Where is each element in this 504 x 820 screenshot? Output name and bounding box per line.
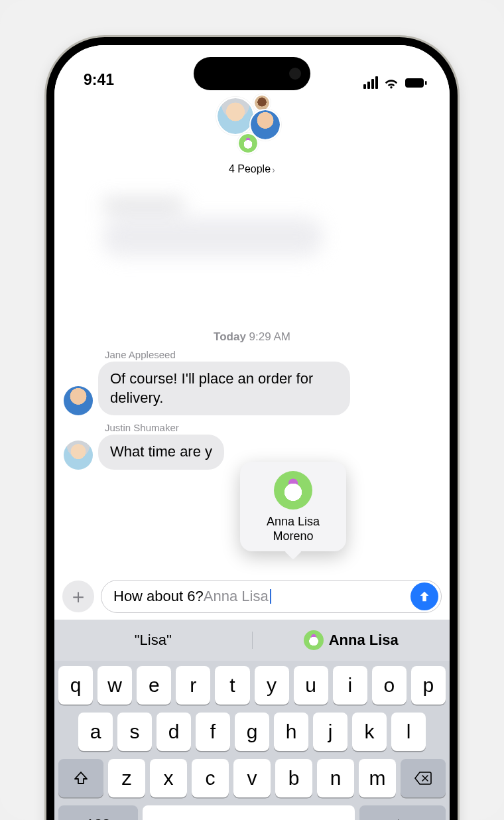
battery-icon <box>405 78 427 88</box>
mention-suggestion-popover[interactable]: Anna Lisa Moreno <box>240 462 346 551</box>
volume-up-button <box>48 251 52 307</box>
key-u[interactable]: u <box>294 666 328 705</box>
shift-key[interactable] <box>58 759 103 797</box>
avatar-anna-lisa-icon <box>304 630 324 650</box>
key-s[interactable]: s <box>117 713 152 751</box>
message-bubble[interactable]: Of course! I'll place an order for deliv… <box>98 362 350 415</box>
avatar-anna-lisa <box>237 133 259 154</box>
key-g[interactable]: g <box>235 713 269 751</box>
suggestion-anna-lisa[interactable]: Anna Lisa <box>253 630 450 650</box>
key-e[interactable]: e <box>137 666 171 705</box>
avatar-justin[interactable] <box>64 441 93 470</box>
silence-switch <box>48 198 52 228</box>
earlier-messages-blurred <box>70 199 434 318</box>
conversation-header[interactable]: 4 People › <box>54 92 450 175</box>
key-t[interactable]: t <box>215 666 249 705</box>
return-key[interactable]: return <box>359 805 446 820</box>
key-m[interactable]: m <box>359 759 396 797</box>
suggestion-lisa[interactable]: "Lisa" <box>54 632 253 649</box>
key-w[interactable]: w <box>97 666 132 705</box>
key-o[interactable]: o <box>372 666 407 705</box>
send-button[interactable] <box>410 582 438 610</box>
numbers-key[interactable]: 123 <box>58 805 138 820</box>
avatar-anna-lisa <box>274 471 312 510</box>
key-f[interactable]: f <box>196 713 230 751</box>
avatar-justin <box>216 97 255 135</box>
dynamic-island <box>194 57 310 90</box>
keyboard-row-4: 123 space return <box>58 805 446 820</box>
group-name-label[interactable]: 4 People › <box>229 163 275 175</box>
key-x[interactable]: x <box>150 759 187 797</box>
compose-bar: ＋ How about 6? Anna Lisa <box>54 575 450 620</box>
delete-key[interactable] <box>401 759 446 797</box>
chevron-right-icon: › <box>272 164 275 175</box>
message-group-jane: Jane Appleseed Of course! I'll place an … <box>64 349 440 415</box>
compose-typed-text: How about 6? <box>113 588 204 605</box>
key-l[interactable]: l <box>391 713 426 751</box>
keyboard-row-1: qwertyuiop <box>58 666 446 705</box>
mention-popover-name: Anna Lisa Moreno <box>247 515 340 543</box>
sender-label: Justin Shumaker <box>105 422 440 433</box>
svg-rect-1 <box>425 81 427 85</box>
add-attachment-button[interactable]: ＋ <box>62 581 94 612</box>
group-avatar-cluster[interactable] <box>212 94 292 161</box>
delete-icon <box>414 771 432 786</box>
key-y[interactable]: y <box>255 666 289 705</box>
avatar-jane[interactable] <box>64 386 93 415</box>
message-input[interactable]: How about 6? Anna Lisa <box>101 580 442 613</box>
key-h[interactable]: h <box>274 713 308 751</box>
key-q[interactable]: q <box>58 666 93 705</box>
shift-icon <box>73 770 89 786</box>
key-b[interactable]: b <box>275 759 312 797</box>
key-r[interactable]: r <box>176 666 210 705</box>
key-i[interactable]: i <box>333 666 367 705</box>
key-c[interactable]: c <box>192 759 229 797</box>
message-bubble[interactable]: What time are y <box>98 435 224 470</box>
key-p[interactable]: p <box>411 666 446 705</box>
keyboard: "Lisa" Anna Lisa qwertyuiop asdfghjkl zx… <box>54 620 450 820</box>
keyboard-row-3: zxcvbnm <box>58 759 446 797</box>
message-thread[interactable]: Today 9:29 AM Jane Appleseed Of course! … <box>54 175 450 575</box>
quicktype-suggestion-bar: "Lisa" Anna Lisa <box>54 620 450 661</box>
timestamp-label: Today 9:29 AM <box>64 330 440 344</box>
key-n[interactable]: n <box>317 759 354 797</box>
key-v[interactable]: v <box>233 759 271 797</box>
key-a[interactable]: a <box>78 713 113 751</box>
plus-icon: ＋ <box>68 583 88 610</box>
space-key[interactable]: space <box>143 805 355 820</box>
key-k[interactable]: k <box>352 713 387 751</box>
cellular-signal-icon <box>363 76 378 89</box>
sender-label: Jane Appleseed <box>105 349 440 360</box>
arrow-up-icon <box>417 589 432 604</box>
wifi-icon <box>383 77 399 89</box>
keyboard-row-2: asdfghjkl <box>58 713 446 751</box>
volume-down-button <box>48 318 52 374</box>
compose-mention-text: Anna Lisa <box>204 588 271 605</box>
key-d[interactable]: d <box>157 713 191 751</box>
key-j[interactable]: j <box>313 713 347 751</box>
side-button <box>452 264 456 350</box>
svg-rect-0 <box>405 78 424 88</box>
key-z[interactable]: z <box>108 759 145 797</box>
iphone-device-frame: 9:41 <box>46 37 458 820</box>
status-time: 9:41 <box>84 71 114 89</box>
